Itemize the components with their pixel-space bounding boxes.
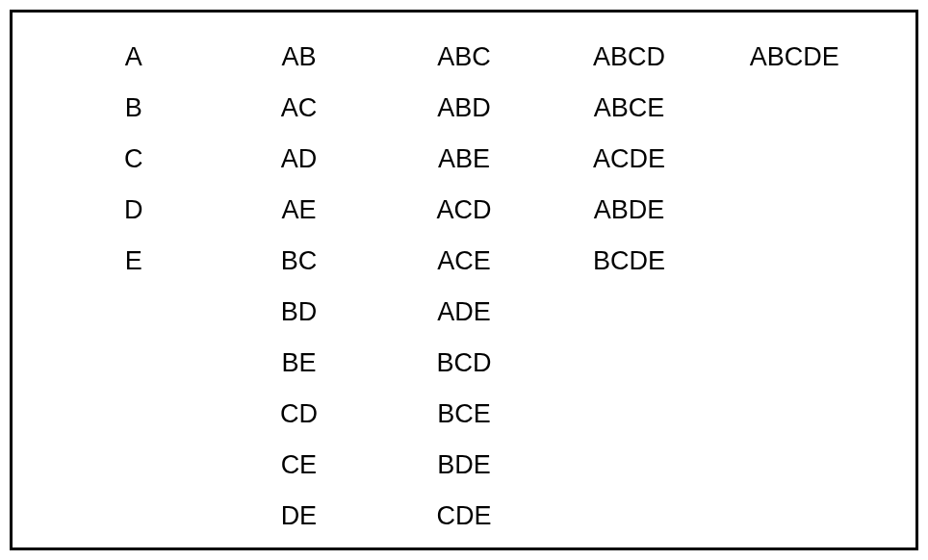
cell: CDE <box>436 491 491 542</box>
cell: A <box>125 32 142 83</box>
cell: DE <box>281 491 318 542</box>
cell: ABC <box>437 32 491 83</box>
cell: ABDE <box>594 185 665 236</box>
cell: ABE <box>438 134 490 185</box>
cell: CD <box>280 389 318 440</box>
cell: ACD <box>436 185 491 236</box>
cell: E <box>125 236 142 287</box>
cell: BCDE <box>593 236 665 287</box>
cell: B <box>125 83 142 134</box>
cell: BDE <box>437 440 491 491</box>
cell: ACDE <box>593 134 665 185</box>
cell: C <box>124 134 143 185</box>
cell: ABCDE <box>750 32 839 83</box>
cell: ADE <box>437 287 491 338</box>
cell: BE <box>281 338 316 389</box>
cell: D <box>124 185 143 236</box>
cell: BCD <box>436 338 491 389</box>
cell: AE <box>281 185 316 236</box>
column-2: AB AC AD AE BC BD BE CD CE DE <box>217 32 382 542</box>
cell: ABCE <box>594 83 665 134</box>
column-3: ABC ABD ABE ACD ACE ADE BCD BCE BDE CDE <box>381 32 547 542</box>
columns-container: A B C D E AB AC AD AE BC BD BE CD CE DE … <box>51 32 877 542</box>
cell: ABD <box>437 83 491 134</box>
cell: CE <box>281 440 318 491</box>
cell: AB <box>281 32 316 83</box>
column-4: ABCD ABCE ACDE ABDE BCDE <box>547 32 712 287</box>
column-1: A B C D E <box>51 32 217 287</box>
combination-table-frame: A B C D E AB AC AD AE BC BD BE CD CE DE … <box>10 10 918 550</box>
cell: BCE <box>437 389 491 440</box>
cell: BC <box>281 236 318 287</box>
cell: AD <box>281 134 318 185</box>
cell: BD <box>281 287 318 338</box>
column-5: ABCDE <box>711 32 877 83</box>
cell: ACE <box>437 236 491 287</box>
cell: ABCD <box>593 32 665 83</box>
cell: AC <box>281 83 318 134</box>
